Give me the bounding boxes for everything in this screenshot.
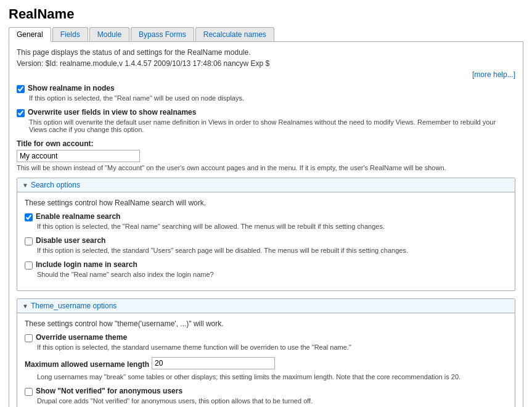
search-arrow-icon: ▼ <box>22 182 28 189</box>
page-title: RealName <box>9 6 523 22</box>
not-verified-label-text: Show "Not verified" for anonymous users <box>36 387 182 395</box>
show-realname-block: Show realname in nodes If this option is… <box>17 84 515 102</box>
disable-user-search-label-row: Disable user search <box>25 236 507 245</box>
max-length-desc: Long usernames may "break" some tables o… <box>37 373 507 380</box>
theme-options-body: These settings control how "theme('usern… <box>17 313 515 407</box>
include-login-label-text: Include login name in search <box>36 260 137 269</box>
override-theme-desc: If this option is selected, the standard… <box>37 343 507 351</box>
tab-fields[interactable]: Fields <box>52 27 88 41</box>
tabs-bar: General Fields Module Bypass Forms Recal… <box>9 27 523 42</box>
max-length-label-row: Maximum allowed username length <box>25 357 507 371</box>
override-theme-label-text: Override username theme <box>36 333 127 342</box>
override-theme-block: Override username theme If this option i… <box>25 333 507 351</box>
search-options-body: These settings control how RealName sear… <box>17 192 515 290</box>
title-own-account-desc: This will be shown instead of "My accoun… <box>17 164 515 171</box>
overwrite-user-checkbox[interactable] <box>17 109 25 117</box>
not-verified-checkbox[interactable] <box>25 388 33 396</box>
theme-options-section: ▼ Theme_username options These settings … <box>17 298 515 407</box>
include-login-desc: Should the "Real name" search also index… <box>37 271 507 278</box>
max-length-label-text: Maximum allowed username length <box>25 360 149 369</box>
search-options-header-text: Search options <box>31 181 80 189</box>
overwrite-user-label-text: Overwrite user fields in view to show re… <box>28 108 196 117</box>
more-help-anchor[interactable]: [more help...] <box>472 70 515 79</box>
tab-recalculate-names[interactable]: Recalculate names <box>195 27 274 41</box>
show-realname-checkbox[interactable] <box>17 85 25 93</box>
search-options-section: ▼ Search options These settings control … <box>17 178 515 291</box>
max-length-input[interactable] <box>152 357 275 369</box>
show-realname-label-row: Show realname in nodes <box>17 84 515 93</box>
search-section-desc: These settings control how RealName sear… <box>25 199 507 207</box>
overwrite-user-block: Overwrite user fields in view to show re… <box>17 108 515 133</box>
enable-realname-label-text: Enable realname search <box>36 212 120 221</box>
override-theme-label-row: Override username theme <box>25 333 507 342</box>
more-help-link[interactable]: [more help...] <box>17 70 515 79</box>
disable-user-search-block: Disable user search If this option is se… <box>25 236 507 254</box>
show-realname-label-text: Show realname in nodes <box>28 84 115 92</box>
title-own-account-block: Title for own account: This will be show… <box>17 139 515 171</box>
tab-module[interactable]: Module <box>89 27 129 41</box>
tab-general[interactable]: General <box>9 27 51 42</box>
show-realname-desc: If this option is selected, the "Real na… <box>29 94 515 102</box>
max-length-block: Maximum allowed username length Long use… <box>25 357 507 380</box>
disable-user-search-label-text: Disable user search <box>36 236 105 245</box>
theme-options-header-text: Theme_username options <box>31 302 117 310</box>
override-theme-checkbox[interactable] <box>25 334 33 342</box>
not-verified-label-row: Show "Not verified" for anonymous users <box>25 387 507 396</box>
main-content: This page displays the status of and set… <box>9 42 523 407</box>
disable-user-search-checkbox[interactable] <box>25 237 33 245</box>
tab-bypass-forms[interactable]: Bypass Forms <box>131 27 194 41</box>
overwrite-user-desc: This option will overwrite the default u… <box>29 118 515 133</box>
not-verified-desc: Drupal core adds "Not verified" for anon… <box>37 397 507 405</box>
page-desc-line2: Version: $Id: realname.module,v 1.4.4.57… <box>17 59 515 68</box>
enable-realname-label-row: Enable realname search <box>25 212 507 221</box>
title-own-account-input[interactable] <box>17 150 140 162</box>
page-desc-line1: This page displays the status of and set… <box>17 48 515 57</box>
theme-arrow-icon: ▼ <box>22 303 28 310</box>
include-login-label-row: Include login name in search <box>25 260 507 269</box>
enable-realname-checkbox[interactable] <box>25 213 33 221</box>
search-options-header[interactable]: ▼ Search options <box>17 178 515 192</box>
theme-options-header[interactable]: ▼ Theme_username options <box>17 299 515 313</box>
overwrite-user-label-row: Overwrite user fields in view to show re… <box>17 108 515 117</box>
include-login-checkbox[interactable] <box>25 261 33 269</box>
not-verified-block: Show "Not verified" for anonymous users … <box>25 387 507 405</box>
disable-user-search-desc: If this option is selected, the standard… <box>37 247 507 254</box>
include-login-block: Include login name in search Should the … <box>25 260 507 278</box>
theme-section-desc: These settings control how "theme('usern… <box>25 319 507 328</box>
enable-realname-desc: If this option is selected, the "Real na… <box>37 223 507 230</box>
title-own-account-label: Title for own account: <box>17 139 515 148</box>
enable-realname-block: Enable realname search If this option is… <box>25 212 507 230</box>
